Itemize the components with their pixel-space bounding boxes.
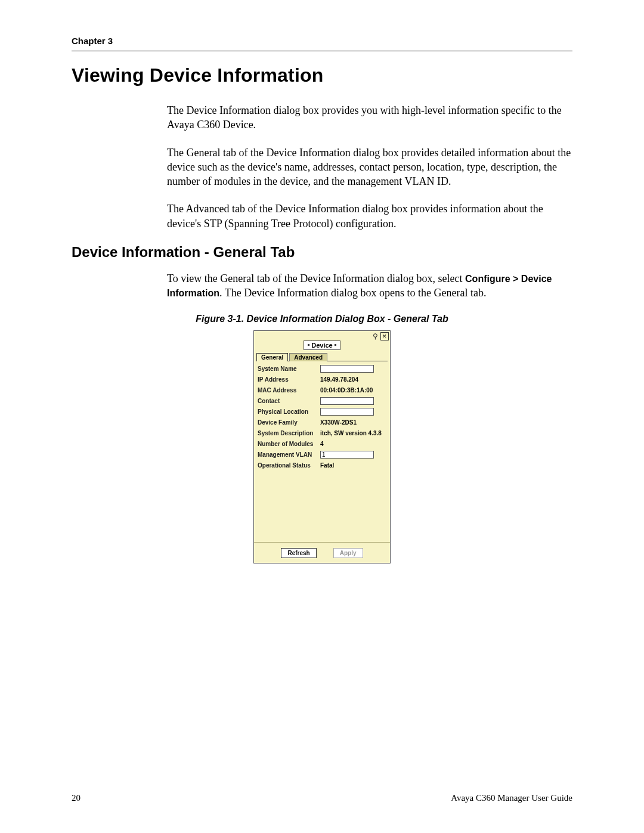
- mac-address-value: 00:04:0D:3B:1A:00: [320, 387, 373, 394]
- system-description-value: itch, SW version 4.3.8: [320, 430, 382, 436]
- field-contact: Contact: [258, 397, 386, 405]
- field-ip-address: IP Address 149.49.78.204: [258, 376, 386, 383]
- paragraph: The General tab of the Device Informatio…: [167, 145, 572, 189]
- management-vlan-input[interactable]: [320, 451, 374, 459]
- field-system-description: System Description itch, SW version 4.3.…: [258, 429, 386, 437]
- close-icon[interactable]: ✕: [380, 332, 389, 340]
- operational-status-value: Fatal: [320, 462, 334, 469]
- section-subtitle: Device Information - General Tab: [72, 244, 572, 261]
- device-family-value: X330W-2DS1: [320, 419, 357, 426]
- tab-strip: General Advanced: [254, 352, 390, 361]
- dialog-footer: Refresh Apply: [254, 542, 390, 563]
- dialog-title-chip: Device: [254, 340, 390, 350]
- apply-button[interactable]: Apply: [333, 548, 363, 558]
- field-number-of-modules: Number of Modules 4: [258, 440, 386, 448]
- field-label: Operational Status: [258, 462, 320, 469]
- paragraph: The Advanced tab of the Device Informati…: [167, 202, 572, 231]
- pin-icon[interactable]: ⚲: [373, 333, 378, 340]
- field-label: Management VLAN: [258, 451, 320, 458]
- instruction-paragraph: To view the General tab of the Device In…: [167, 271, 572, 301]
- page-footer: 20 Avaya C360 Manager User Guide: [72, 793, 572, 803]
- tab-advanced[interactable]: Advanced: [289, 353, 327, 361]
- contact-input[interactable]: [320, 397, 374, 405]
- field-label: System Name: [258, 366, 320, 372]
- physical-location-input[interactable]: [320, 408, 374, 416]
- field-device-family: Device Family X330W-2DS1: [258, 419, 386, 426]
- body-section-2: To view the General tab of the Device In…: [167, 271, 572, 301]
- device-information-dialog: ⚲ ✕ Device General Advanced System Name: [253, 330, 391, 563]
- dot-icon: [335, 344, 336, 346]
- system-name-input[interactable]: [320, 365, 374, 373]
- dialog-container: ⚲ ✕ Device General Advanced System Name: [72, 330, 572, 563]
- fields-panel: System Name IP Address 149.49.78.204 MAC…: [254, 361, 390, 542]
- field-label: Contact: [258, 398, 320, 404]
- field-system-name: System Name: [258, 365, 386, 373]
- tab-general[interactable]: General: [256, 353, 288, 361]
- field-operational-status: Operational Status Fatal: [258, 462, 386, 469]
- field-management-vlan: Management VLAN: [258, 451, 386, 459]
- refresh-button[interactable]: Refresh: [281, 548, 316, 558]
- dialog-title: Device: [304, 340, 340, 350]
- dialog-title-text: Device: [311, 342, 332, 349]
- field-label: Device Family: [258, 419, 320, 426]
- instruction-tail: . The Device Information dialog box open…: [219, 287, 487, 299]
- dialog-titlebar: ⚲ ✕: [254, 331, 390, 340]
- page-number: 20: [72, 793, 80, 803]
- instruction-lead: To view the General tab of the Device In…: [167, 272, 465, 284]
- field-label: Number of Modules: [258, 441, 320, 447]
- page-title: Viewing Device Information: [72, 64, 572, 86]
- field-mac-address: MAC Address 00:04:0D:3B:1A:00: [258, 386, 386, 394]
- field-physical-location: Physical Location: [258, 408, 386, 416]
- ip-address-value: 149.49.78.204: [320, 376, 358, 383]
- figure-caption: Figure 3-1. Device Information Dialog Bo…: [72, 314, 572, 324]
- chapter-label: Chapter 3: [72, 36, 572, 46]
- field-label: MAC Address: [258, 387, 320, 394]
- field-label: Physical Location: [258, 408, 320, 415]
- paragraph: The Device Information dialog box provid…: [167, 103, 572, 132]
- field-label: IP Address: [258, 376, 320, 383]
- book-title: Avaya C360 Manager User Guide: [451, 793, 572, 803]
- header-divider: [72, 51, 572, 51]
- number-of-modules-value: 4: [320, 441, 324, 447]
- body-section-1: The Device Information dialog box provid…: [167, 103, 572, 231]
- dot-icon: [308, 344, 309, 346]
- field-label: System Description: [258, 430, 320, 436]
